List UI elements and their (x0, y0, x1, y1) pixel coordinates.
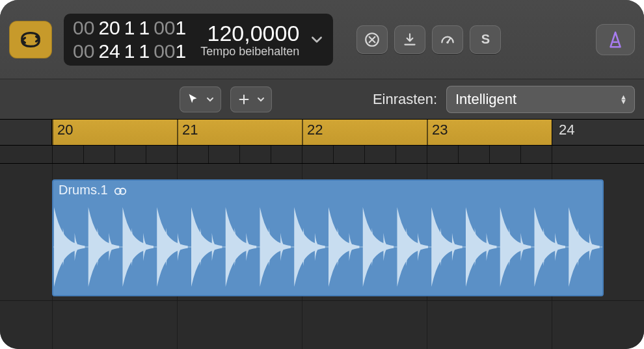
chevron-down-icon (206, 95, 215, 104)
pos-prefix: 00 (73, 40, 94, 62)
pointer-tool-select[interactable] (180, 86, 221, 112)
waveform (53, 199, 602, 295)
pos-ticks: 1 (176, 17, 187, 38)
bar-ruler[interactable]: 20 21 22 23 24 (0, 120, 644, 146)
ruler-tick: 20 (52, 120, 73, 145)
pos-bar: 20 (98, 17, 120, 39)
position-end[interactable]: 0024 1 1 001 (73, 40, 186, 62)
metronome-icon (606, 30, 625, 49)
solo-button[interactable]: S (470, 25, 501, 54)
cycle-button[interactable] (9, 21, 52, 58)
ruler-post-cycle: 24 (552, 120, 644, 145)
editor-toolbar: Einrasten: Intelligent ▲▼ (0, 79, 644, 120)
pos-div: 1 (139, 17, 150, 39)
tempo-value[interactable]: 120,0000 (208, 21, 300, 46)
lcd-positions: 0020 1 1 001 0024 1 1 001 (73, 17, 186, 62)
region-name: Drums.1 (59, 183, 108, 198)
lcd-menu-button[interactable] (306, 32, 328, 47)
chevron-down-icon (310, 32, 324, 47)
snap-label: Einrasten: (373, 91, 437, 108)
pos-div: 1 (139, 40, 150, 62)
replace-button[interactable] (394, 25, 425, 54)
plus-icon (237, 92, 251, 107)
tracks-area[interactable]: Drums.1 (0, 164, 644, 349)
pos-beat: 1 (124, 17, 135, 39)
control-bar: 0020 1 1 001 0024 1 1 001 120,0000 Tempo… (0, 0, 644, 79)
transport-tool-group: S (356, 25, 501, 54)
snap-select[interactable]: Intelligent ▲▼ (446, 86, 635, 113)
ruler-pre-cycle (0, 120, 52, 145)
lcd-display[interactable]: 0020 1 1 001 0024 1 1 001 120,0000 Tempo… (64, 14, 333, 66)
pos-beat: 1 (124, 40, 135, 62)
clear-button[interactable] (356, 25, 388, 54)
updown-icon: ▲▼ (620, 95, 627, 104)
chevron-down-icon (256, 95, 265, 104)
position-start[interactable]: 0020 1 1 001 (73, 17, 186, 39)
solo-label: S (481, 32, 490, 47)
close-circle-icon (364, 31, 381, 48)
pos-ticks: 1 (176, 40, 187, 62)
tempo-mode[interactable]: Tempo beibehalten (200, 45, 299, 58)
beat-ruler[interactable] (0, 146, 644, 164)
ruler-tick: 22 (302, 120, 323, 145)
app-window: 0020 1 1 001 0024 1 1 001 120,0000 Tempo… (0, 0, 644, 349)
region-header: Drums.1 (53, 181, 602, 199)
pos-tprefix: 00 (154, 40, 175, 62)
snap-value: Intelligent (455, 91, 517, 108)
audio-region[interactable]: Drums.1 (52, 179, 604, 296)
pos-bar: 24 (98, 40, 120, 62)
cycle-icon (18, 30, 43, 49)
ruler-tick: 23 (427, 120, 448, 145)
stereo-loop-icon (113, 185, 127, 195)
ruler-tick: 21 (177, 120, 198, 145)
download-icon (401, 31, 418, 48)
add-tool-select[interactable] (230, 86, 272, 112)
metronome-button[interactable] (596, 24, 635, 55)
pos-tprefix: 00 (154, 17, 175, 38)
lcd-tempo[interactable]: 120,0000 Tempo beibehalten (189, 21, 303, 58)
pos-prefix: 00 (73, 17, 94, 39)
ruler-marks: 20 21 22 23 (52, 120, 552, 145)
gauge-icon (439, 31, 456, 48)
low-latency-button[interactable] (432, 25, 463, 54)
pointer-icon (186, 92, 200, 107)
